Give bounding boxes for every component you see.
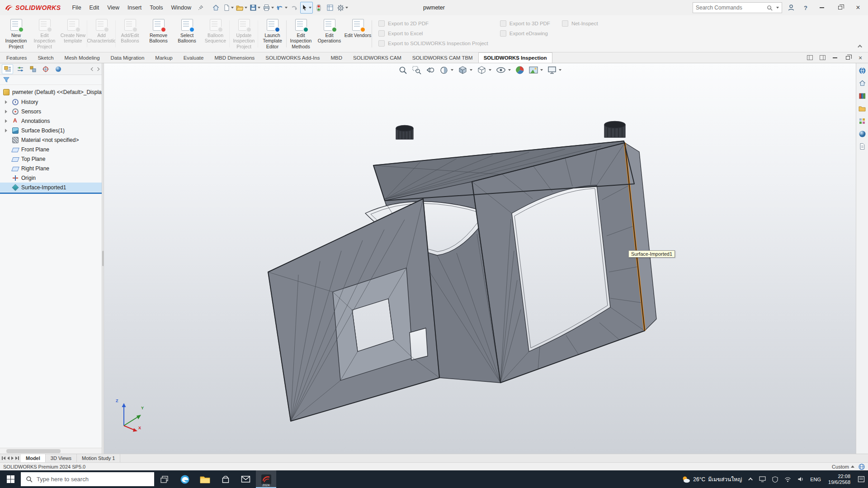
view-tab[interactable]: Motion Study 1 xyxy=(77,454,120,462)
start-button[interactable] xyxy=(0,470,21,488)
tile-left-button[interactable] xyxy=(806,54,814,62)
export-menu-item[interactable]: Export to Excel xyxy=(378,30,488,37)
tree-item[interactable]: Sensors xyxy=(0,107,102,116)
command-tab[interactable]: SOLIDWORKS CAM xyxy=(348,52,407,63)
options-button[interactable] xyxy=(336,2,349,14)
view-settings-button[interactable] xyxy=(547,65,562,75)
menu-item[interactable]: File xyxy=(68,0,85,15)
menu-item[interactable]: Tools xyxy=(146,0,167,15)
command-tab[interactable]: Mesh Modeling xyxy=(59,52,105,63)
command-tab[interactable]: SOLIDWORKS Add-Ins xyxy=(260,52,325,63)
tree-item[interactable]: Annotations xyxy=(0,116,102,126)
export-menu-item[interactable]: Export eDrawing xyxy=(500,30,550,37)
doc-minimize-button[interactable] xyxy=(831,54,839,62)
command-tab[interactable]: Data Migration xyxy=(105,52,150,63)
export-menu-item[interactable]: Export to SOLIDWORKS Inspection Project xyxy=(378,40,488,47)
model-3d[interactable] xyxy=(104,63,856,454)
export-menu-item[interactable]: Export to 2D PDF xyxy=(378,20,488,27)
command-tab[interactable]: SOLIDWORKS CAM TBM xyxy=(407,52,478,63)
select-tool-button[interactable] xyxy=(300,2,313,14)
featuremanager-tab[interactable] xyxy=(2,64,13,74)
view-tab[interactable]: 3D Views xyxy=(46,454,77,462)
home-button[interactable] xyxy=(211,2,222,14)
command-tab[interactable]: MBD xyxy=(325,52,348,63)
close-button[interactable]: × xyxy=(851,1,865,14)
expand-arrow-icon[interactable] xyxy=(5,119,7,123)
command-tab[interactable]: Markup xyxy=(150,52,178,63)
zoom-fit-button[interactable] xyxy=(398,65,408,75)
menu-item[interactable]: Edit xyxy=(85,0,104,15)
ribbon-button[interactable]: Balloon Sequence xyxy=(201,17,230,51)
tray-network-icon[interactable] xyxy=(781,470,794,488)
scrollbar-thumb[interactable] xyxy=(6,449,61,453)
display-style-button[interactable] xyxy=(476,65,492,75)
taskpane-view-palette-button[interactable] xyxy=(858,117,867,126)
tile-right-button[interactable] xyxy=(818,54,826,62)
command-tab[interactable]: MBD Dimensions xyxy=(209,52,260,63)
taskbar-search[interactable]: Type here to search xyxy=(21,472,154,486)
new-document-button[interactable] xyxy=(222,2,235,14)
dimxpertmanager-tab[interactable] xyxy=(40,64,51,74)
edit-appearance-button[interactable] xyxy=(515,65,525,75)
ribbon-button[interactable]: Update Inspection Project xyxy=(230,17,258,51)
export-menu-item[interactable]: Export to 3D PDF xyxy=(500,20,550,27)
help-button[interactable]: ? xyxy=(800,2,811,14)
rollback-bar[interactable] xyxy=(0,192,102,194)
tree-item[interactable]: Surface-Imported1 xyxy=(0,183,102,192)
tray-volume-icon[interactable] xyxy=(794,470,807,488)
pin-menu-icon[interactable] xyxy=(195,2,206,14)
edge-taskbar-icon[interactable] xyxy=(175,470,195,488)
tree-item[interactable]: History xyxy=(0,97,102,107)
notification-center-button[interactable] xyxy=(854,470,868,488)
menu-item[interactable]: View xyxy=(103,0,123,15)
expand-arrow-icon[interactable] xyxy=(5,100,7,104)
tree-item[interactable]: Top Plane xyxy=(0,154,102,164)
taskpane-design-library-button[interactable] xyxy=(858,91,867,100)
task-view-button[interactable] xyxy=(154,470,175,488)
ribbon-collapse-button[interactable] xyxy=(857,44,863,48)
apply-scene-button[interactable] xyxy=(528,65,543,75)
propertymanager-tab[interactable] xyxy=(14,64,26,74)
user-account-button[interactable] xyxy=(786,2,797,14)
ribbon-button[interactable]: Select Balloons xyxy=(173,17,201,51)
tree-root-item[interactable]: pwmeter (Default) <<Default>_Display xyxy=(0,87,102,97)
redo-button[interactable] xyxy=(289,2,300,14)
tray-security-icon[interactable] xyxy=(769,470,781,488)
command-tab[interactable]: Sketch xyxy=(32,52,59,63)
ribbon-button[interactable]: Remove Balloons xyxy=(144,17,173,51)
command-tab[interactable]: Features xyxy=(1,52,32,63)
taskpane-file-explorer-button[interactable] xyxy=(858,104,867,113)
command-tab[interactable]: SOLIDWORKS Inspection xyxy=(478,52,552,63)
scroll-left-button[interactable] xyxy=(91,67,94,70)
tree-item[interactable]: Origin xyxy=(0,173,102,183)
tree-item[interactable]: Right Plane xyxy=(0,164,102,173)
command-tab[interactable]: Evaluate xyxy=(178,52,209,63)
units-selector[interactable]: Custom xyxy=(832,464,854,469)
view-orientation-button[interactable] xyxy=(458,65,473,75)
export-menu-item[interactable]: Net-Inspect xyxy=(562,20,598,27)
ribbon-button[interactable]: Edit Inspection Methods xyxy=(287,17,315,51)
graphics-viewport[interactable]: Surface-Imported1 Z Y X xyxy=(104,63,856,454)
panel-horizontal-scrollbar[interactable] xyxy=(0,448,102,454)
rebuild-button[interactable] xyxy=(313,2,324,14)
restore-button[interactable] xyxy=(833,1,847,14)
expand-arrow-icon[interactable] xyxy=(5,129,7,132)
taskpane-resources-button[interactable] xyxy=(858,66,867,75)
taskpane-appearances-button[interactable] xyxy=(858,129,867,138)
command-search[interactable] xyxy=(693,2,782,13)
store-taskbar-icon[interactable] xyxy=(215,470,236,488)
filter-funnel-icon[interactable] xyxy=(3,77,9,83)
ribbon-button[interactable]: Edit Inspection Project xyxy=(30,17,59,51)
weather-widget[interactable]: 26°C มีเมฆส่วนใหญ่ xyxy=(677,470,746,488)
hide-show-items-button[interactable] xyxy=(495,65,511,75)
taskpane-custom-properties-button[interactable] xyxy=(858,142,867,151)
tree-item[interactable]: Front Plane xyxy=(0,145,102,154)
expand-arrow-icon[interactable] xyxy=(5,110,7,113)
undo-button[interactable] xyxy=(275,2,288,14)
configurationmanager-tab[interactable] xyxy=(27,64,38,74)
doc-restore-button[interactable] xyxy=(844,54,852,62)
ribbon-button[interactable]: Add Characteristic xyxy=(87,17,116,51)
doc-close-button[interactable]: × xyxy=(856,54,864,62)
prev-tab-button[interactable] xyxy=(7,456,9,460)
ribbon-button[interactable]: New Inspection Project xyxy=(2,17,30,51)
